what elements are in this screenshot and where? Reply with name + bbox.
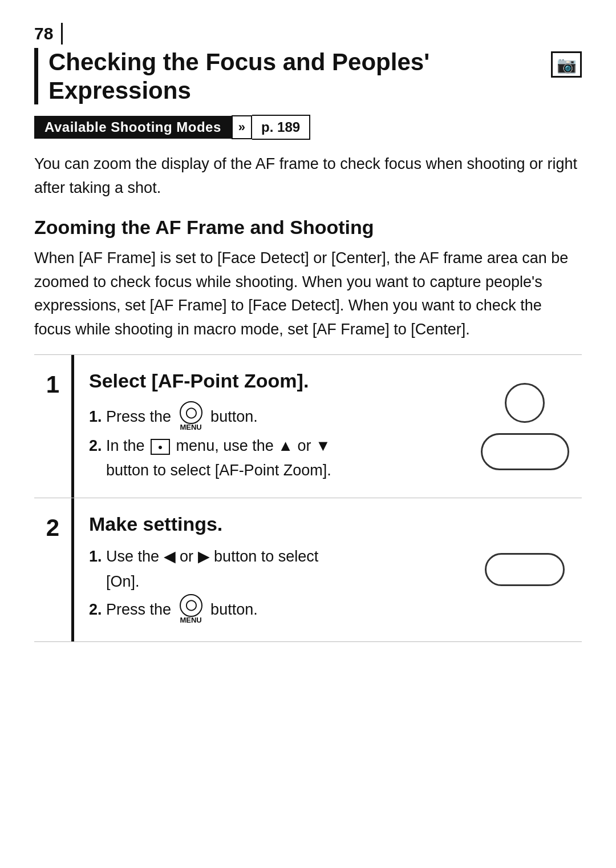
dial-oval-medium [485, 553, 565, 586]
step-1-title: Select [AF-Point Zoom]. [89, 370, 454, 392]
camera-icon-box: 📷 [551, 51, 582, 78]
step-2-title: Make settings. [89, 513, 454, 535]
bottom-space [34, 642, 582, 813]
page-number-bar [61, 23, 63, 45]
dial-oval-small [505, 383, 545, 423]
menu-label-2: MENU [180, 615, 201, 627]
step-1-number: 1 [46, 371, 59, 398]
page-number: 78 [34, 24, 53, 43]
page-title: Checking the Focus and Peoples'Expressio… [48, 48, 551, 104]
menu-button-1: ◯ MENU [178, 401, 204, 434]
shooting-modes-label: Available Shooting Modes [34, 116, 232, 139]
step-2-icons [468, 498, 582, 641]
menu-circle-icon-1: ◯ [180, 401, 202, 424]
title-section: Checking the Focus and Peoples'Expressio… [34, 48, 582, 104]
menu-button-2: ◯ MENU [178, 594, 204, 627]
step-1-line1: 1. Press the [89, 408, 176, 425]
camera-menu-icon: ● [151, 439, 170, 455]
step-2-line1: 1. Use the ◀ or ▶ button to select [89, 548, 318, 565]
step-2-container: 2 Make settings. 1. Use the ◀ or ▶ butto… [34, 498, 582, 641]
section-heading: Zooming the AF Frame and Shooting [34, 216, 582, 239]
step-2-number: 2 [46, 514, 59, 542]
step-2-line1b: [On]. [89, 573, 140, 590]
step-1-line1b: button. [210, 408, 258, 425]
shooting-modes-arrows: » [232, 115, 252, 139]
section-body: When [AF Frame] is set to [Face Detect] … [34, 247, 582, 342]
step-2-number-col: 2 [34, 498, 74, 641]
step-1-content: Select [AF-Point Zoom]. 1. Press the ◯ M… [74, 355, 468, 498]
step-1-number-col: 1 [34, 355, 74, 498]
step-2-line2a: 2. Press the [89, 600, 176, 617]
step-1-container: 1 Select [AF-Point Zoom]. 1. Press the ◯… [34, 354, 582, 498]
intro-text: You can zoom the display of the AF frame… [34, 152, 582, 200]
step-1-line2a: 2. In the [89, 437, 149, 454]
menu-circle-icon-2: ◯ [180, 594, 202, 617]
step-1-line2b: menu, use the ▲ or ▼ [176, 437, 331, 454]
step-1-line3: button to select [AF-Point Zoom]. [89, 462, 331, 479]
step-2-body: 1. Use the ◀ or ▶ button to select [On].… [89, 544, 454, 626]
shooting-modes-bar: Available Shooting Modes » p. 189 [34, 115, 582, 140]
step-2-content: Make settings. 1. Use the ◀ or ▶ button … [74, 498, 468, 641]
step-1-body: 1. Press the ◯ MENU button. 2. In the ● … [89, 401, 454, 483]
step-1-icons [468, 355, 582, 498]
step-2-line2b: button. [210, 600, 258, 617]
shooting-modes-page-ref: p. 189 [252, 115, 310, 140]
page-container: 78 Checking the Focus and Peoples'Expres… [0, 0, 616, 868]
page-number-row: 78 [34, 23, 582, 45]
dial-oval-large [481, 433, 569, 470]
camera-icon: 📷 [557, 55, 577, 74]
menu-label-1: MENU [180, 422, 201, 434]
